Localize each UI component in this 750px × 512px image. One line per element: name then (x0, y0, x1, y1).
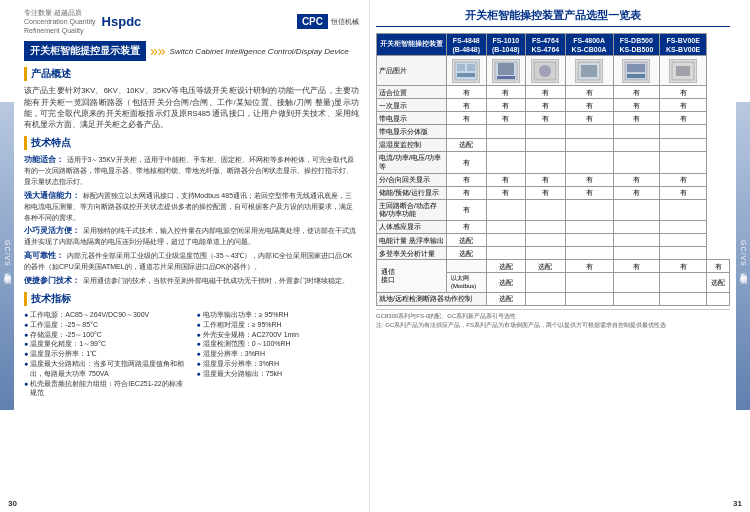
feature-text-4: 内部元器件全部采用工业级的工业级温度范围（-35～43℃），内部IC全位采用国家… (24, 252, 353, 270)
val-hum-4 (565, 138, 613, 151)
val-mc-2 (486, 200, 526, 221)
product-table: 开关柜智能操控装置 FS-4848(B-4848) FS-1010(B-1048… (376, 33, 730, 306)
svg-rect-15 (676, 66, 690, 76)
img-placeholder-2 (492, 59, 520, 83)
val-elec-4: 有 (565, 112, 613, 125)
spec-7: ●机壳最贵频抗射能力组组：符合IEC251-22的标准规范 (24, 379, 187, 399)
row-multi-rate: 多登率关分析计量 选配 (377, 247, 730, 260)
tech-feature-2: 强大通信能力： 标配内置独立以太网通讯接口，支持Modbus 485通讯；若回空… (24, 190, 359, 223)
row-energy: 电能计量 悬浮率输出 选配 (377, 234, 730, 247)
val-stor-5: 有 (613, 186, 660, 199)
val-disp-1: 有 (447, 99, 487, 112)
spec-14: ●湿度最大分路输出：75kH (197, 369, 360, 379)
section-title-en: Switch Cabinet Intelligence Control/Disp… (170, 47, 349, 56)
feature-elec-split: 带电显示分体版 (377, 125, 447, 138)
val-rem-6 (707, 292, 730, 305)
tech-specs-heading: 技术指标 (24, 292, 359, 306)
val-loc-3: 有 (526, 86, 566, 99)
img-placeholder-5 (622, 59, 650, 83)
right-logo: CPC 恒信机械 (297, 14, 359, 29)
val-rs-6: 有 (707, 260, 730, 273)
spec-4: ●温度量化精度：1～99°C (24, 339, 187, 349)
product-images-row: 产品图片 (377, 56, 730, 86)
val-hum-6 (660, 138, 707, 151)
specs-left-col: ●工作电源：AC85～264V/DC90～300V ●工作温度：-25～85°C… (24, 310, 187, 398)
val-split-1 (447, 125, 487, 138)
val-pow-4 (565, 151, 613, 173)
product-img-4 (565, 56, 613, 86)
val-rem-5 (660, 292, 707, 305)
footnote-area: GC8300系列与FS-0的配、GC系列新产品系引号选性 注: GC系列产品为有… (376, 309, 730, 330)
feature-rs485 (447, 260, 487, 273)
feature-remote: 就地/远程检测断路器动作控制 (377, 292, 487, 305)
val-h-6 (660, 220, 707, 233)
val-en-3 (526, 234, 566, 247)
feature-location: 适合位置 (377, 86, 447, 99)
val-rs-5: 有 (660, 260, 707, 273)
header-model-2: FS-1010(B-1048) (486, 34, 526, 56)
brand-cn: 恒信机械 (331, 17, 359, 27)
val-mr-4 (565, 247, 613, 260)
svg-rect-13 (627, 74, 645, 78)
row-elec-display: 带电显示 有 有 有 有 有 有 (377, 112, 730, 125)
val-stor-3: 有 (526, 186, 566, 199)
product-table-wrapper: 开关柜智能操控装置 FS-4848(B-4848) FS-1010(B-1048… (376, 33, 730, 306)
val-split-3 (526, 125, 566, 138)
feature-title-1: 功能适合： (24, 155, 64, 164)
row-elec-split: 带电显示分体版 (377, 125, 730, 138)
spec-6: ●温度最大分路精出：当多可支指两路温度值角和相出，每路最大功率 750VA (24, 359, 187, 379)
val-h-1: 有 (447, 220, 487, 233)
tech-feature-4: 高可靠性： 内部元器件全部采用工业级的工业级温度范围（-35～43℃），内部IC… (24, 250, 359, 272)
section-title-bar: 开关柜智能提控显示装置 »» Switch Cabinet Intelligen… (24, 41, 359, 61)
val-hum-5 (613, 138, 660, 151)
val-mc-6 (660, 200, 707, 221)
left-sidebar-text: GC/VS系列型号说明 (2, 240, 12, 273)
val-en-2 (486, 234, 526, 247)
feature-text-1: 适用于3～35KV开关柜，适用于中能柜、手车柜、固定柜、环网柜等多种柜体，可完全… (24, 156, 354, 185)
tech-feature-1: 功能适合： 适用于3～35KV开关柜，适用于中能柜、手车柜、固定柜、环网柜等多种… (24, 154, 359, 187)
row-remote: 就地/远程检测断路器动作控制 选配 (377, 292, 730, 305)
val-h-4 (565, 220, 613, 233)
spec-10: ●外壳安全规格：AC2700V 1min (197, 330, 360, 340)
val-disp-5: 有 (613, 99, 660, 112)
val-rs-4: 有 (613, 260, 660, 273)
brand-logo: Hspdc (102, 14, 142, 29)
footnote-1: GC8300系列与FS-0的配、GC系列新产品系引号选性 (376, 312, 730, 321)
row-humidity: 温湿度监控制 选配 (377, 138, 730, 151)
footnote-2: 注: GC系列产品为有法供应产品，FS系列产品为市场倒面产品，两个以提供方可根据… (376, 321, 730, 330)
val-elec-5: 有 (613, 112, 660, 125)
svg-point-8 (539, 65, 551, 77)
right-sidebar-text: GC/VS系列型号说明 (738, 240, 748, 273)
val-split-4 (565, 125, 613, 138)
tech-features-heading: 技术特点 (24, 136, 359, 150)
arrow-icon: »» (150, 43, 166, 59)
val-mr-5 (613, 247, 660, 260)
val-stor-1: 有 (447, 186, 487, 199)
val-sw-6: 有 (660, 173, 707, 186)
val-eth-2 (526, 273, 566, 293)
val-hum-1: 选配 (447, 138, 487, 151)
val-rs-1: 选配 (486, 260, 526, 273)
val-pow-2 (486, 151, 526, 173)
product-overview-heading: 产品概述 (24, 67, 359, 81)
section-title-cn: 开关柜智能提控显示装置 (24, 41, 146, 61)
left-sidebar-decoration: GC/VS系列型号说明 (0, 102, 14, 409)
val-en-6 (660, 234, 707, 247)
val-eth-3 (565, 273, 613, 293)
page-number-left: 30 (8, 499, 17, 508)
val-rs-2: 选配 (526, 260, 566, 273)
brand-box: CPC (297, 14, 328, 29)
page-number-right: 31 (733, 499, 742, 508)
feature-human: 人体感应显示 (377, 220, 447, 233)
val-disp-4: 有 (565, 99, 613, 112)
row-human: 人体感应显示 有 (377, 220, 730, 233)
product-img-5 (613, 56, 660, 86)
val-h-3 (526, 220, 566, 233)
val-stor-6: 有 (660, 186, 707, 199)
header-model-4: FS-4800AKS-CB00A (565, 34, 613, 56)
spec-13: ●湿度显示分辨率：3%RH (197, 359, 360, 369)
val-rs-3: 有 (565, 260, 613, 273)
product-img-3 (526, 56, 566, 86)
header-model-3: FS-4764KS-4764 (526, 34, 566, 56)
val-eth-6: 选配 (707, 273, 730, 293)
